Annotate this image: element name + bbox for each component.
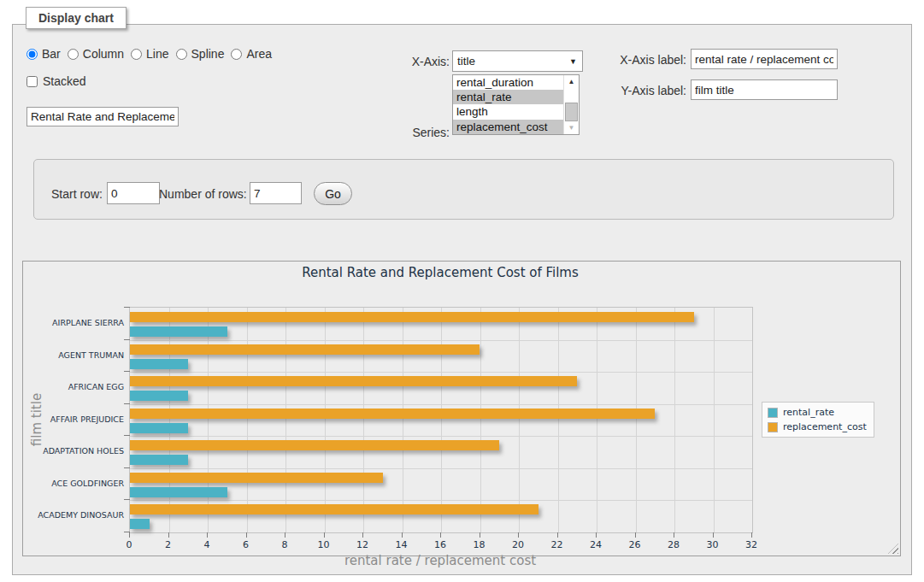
chart-title-input[interactable] [26, 107, 179, 126]
bar-rental-rate [130, 359, 188, 369]
page: Display chart BarColumnLineSplineArea St… [0, 0, 924, 582]
yaxis-label-input[interactable] [691, 79, 838, 100]
series-option-rental_rate[interactable]: rental_rate [453, 90, 563, 104]
legend-label: replacement_cost [783, 421, 867, 432]
listbox-scrollbar[interactable]: ▲ ▼ [563, 75, 579, 134]
series-option-replacement_cost[interactable]: replacement_cost [453, 120, 563, 134]
stacked-checkbox[interactable] [26, 76, 38, 87]
gridline [169, 308, 170, 532]
x-tick-mark [635, 532, 636, 538]
bar-replacement-cost [130, 504, 539, 514]
stacked-checkbox-row[interactable]: Stacked [26, 74, 86, 88]
category-label: ACADEMY DINOSAUR [26, 510, 124, 520]
x-tick-mark [674, 532, 674, 538]
y-tick-mark [124, 403, 130, 404]
x-tick-label: 10 [305, 539, 343, 550]
legend-item: rental_rate [768, 407, 867, 418]
x-tick-label: 0 [110, 539, 148, 550]
chart-title: Rental Rate and Replacement Cost of Film… [129, 265, 751, 280]
gridline [674, 308, 675, 532]
category-label: AFFAIR PREJUDICE [26, 414, 124, 425]
series-listbox[interactable]: rental_durationrental_ratelengthreplacem… [452, 74, 580, 135]
chart-type-label: Spline [191, 47, 225, 61]
chart-type-radio-spline[interactable] [176, 49, 187, 60]
bar-rental-rate [130, 487, 227, 497]
chart-type-group: BarColumnLineSplineArea [26, 47, 277, 61]
chart-type-label: Area [246, 47, 272, 61]
chart-type-radio-bar[interactable] [26, 49, 38, 60]
x-tick-mark [713, 532, 714, 538]
x-tick-label: 4 [188, 539, 226, 550]
row-controls-panel: Start row: Number of rows: Go [33, 159, 894, 220]
series-option-length[interactable]: length [453, 104, 563, 119]
y-tick-mark [124, 467, 130, 468]
x-tick-label: 32 [733, 539, 770, 550]
resize-handle-icon[interactable] [888, 544, 898, 554]
legend-swatch [768, 408, 778, 418]
go-button[interactable]: Go [314, 182, 352, 205]
dropdown-arrow-icon: ▼ [569, 57, 577, 66]
chart-type-label: Column [83, 47, 124, 61]
gridline [403, 308, 403, 532]
series-option-rental_duration[interactable]: rental_duration [453, 75, 563, 90]
chart-type-radio-line[interactable] [131, 49, 142, 60]
x-tick-mark [440, 532, 441, 538]
scroll-down-icon[interactable]: ▼ [564, 121, 579, 134]
chart-type-radio-area[interactable] [231, 49, 242, 60]
chart-type-area[interactable]: Area [231, 47, 272, 61]
x-tick-label: 28 [655, 539, 692, 550]
x-tick-mark [596, 532, 597, 538]
x-tick-mark [285, 532, 285, 538]
chart-x-axis-label: rental rate / replacement cost [129, 553, 751, 568]
display-chart-panel: Display chart BarColumnLineSplineArea St… [12, 24, 912, 575]
gridline [325, 308, 326, 532]
gridline [130, 340, 752, 341]
category-label: AIRPLANE SIERRA [26, 318, 124, 328]
chart-type-bar[interactable]: Bar [26, 47, 61, 61]
x-tick-mark [207, 532, 208, 538]
x-tick-mark [557, 532, 558, 538]
gridline [208, 308, 209, 532]
x-tick-label: 8 [266, 539, 303, 550]
x-tick-mark [402, 532, 403, 538]
scrollbar-track[interactable] [564, 88, 579, 121]
category-label: ACE GOLDFINGER [26, 479, 124, 489]
plot-area [129, 307, 753, 533]
panel-title: Display chart [26, 7, 127, 29]
x-tick-mark [129, 532, 130, 538]
gridline [558, 308, 559, 532]
x-tick-label: 6 [227, 539, 265, 550]
num-rows-input[interactable] [250, 182, 302, 204]
xaxis-select-value: title [457, 55, 475, 68]
y-tick-mark [124, 499, 130, 500]
chart-type-radio-column[interactable] [68, 49, 79, 60]
bar-replacement-cost [130, 376, 577, 386]
x-tick-mark [751, 532, 752, 538]
yaxis-label-label: Y-Axis label: [611, 84, 686, 97]
chart-type-line[interactable]: Line [131, 47, 168, 61]
legend-swatch [768, 422, 778, 432]
chart-type-label: Bar [42, 47, 61, 61]
x-tick-label: 20 [499, 539, 537, 550]
scrollbar-thumb[interactable] [565, 103, 578, 121]
category-label: AFRICAN EGG [26, 382, 124, 392]
gridline [130, 436, 752, 437]
gridline [285, 308, 286, 532]
y-tick-mark [124, 307, 130, 308]
y-tick-mark [124, 532, 130, 532]
gridline [363, 308, 364, 532]
xaxis-label-input[interactable] [691, 49, 838, 69]
start-row-label: Start row: [51, 187, 103, 201]
start-row-input[interactable] [107, 182, 160, 204]
chart-type-column[interactable]: Column [68, 47, 124, 61]
x-tick-label: 14 [383, 539, 421, 550]
scroll-up-icon[interactable]: ▲ [564, 75, 579, 88]
gridline [636, 308, 637, 532]
gridline [130, 468, 752, 469]
x-tick-label: 16 [421, 539, 459, 550]
x-tick-label: 30 [694, 539, 732, 550]
xaxis-select[interactable]: title ▼ [452, 50, 583, 72]
chart-type-spline[interactable]: Spline [176, 47, 225, 61]
x-tick-mark [246, 532, 247, 538]
gridline [441, 308, 442, 532]
